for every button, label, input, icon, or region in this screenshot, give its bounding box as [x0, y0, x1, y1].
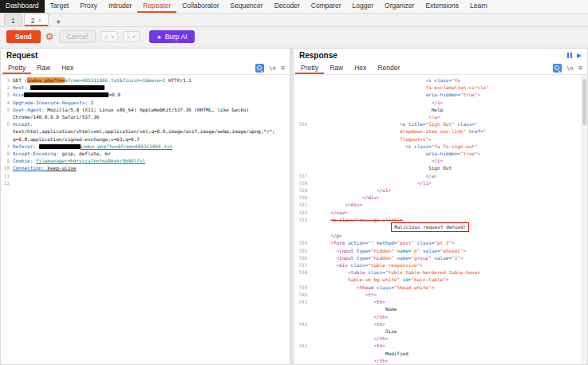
code-line[interactable]: 2Host: [1, 84, 290, 91]
code-line[interactable]: Help [294, 106, 587, 113]
code-line[interactable]: fa-exclamation-circle" [294, 84, 587, 91]
menu-item-repeater[interactable]: Repeater [137, 0, 176, 13]
code-line[interactable]: ?logout=1"> [294, 135, 587, 143]
gear-icon[interactable]: ⚙ [45, 32, 54, 41]
code-line[interactable]: 6Accept: [1, 120, 290, 128]
menu-item-proxy[interactable]: Proxy [74, 0, 103, 13]
response-tab-raw[interactable]: Raw [324, 62, 349, 74]
code-line[interactable]: 734<form action="" method="post" class="… [294, 239, 587, 246]
search-icon[interactable] [255, 64, 264, 73]
response-tabs: PrettyRawHexRender \n ≡ [294, 62, 587, 75]
code-line[interactable]: 726<a title="Sign Out" class=" [294, 120, 587, 128]
response-scrollbar[interactable] [582, 75, 587, 364]
scrollbar-thumb[interactable] [582, 79, 586, 125]
editor-menu-icon[interactable]: ≡ [578, 65, 582, 72]
request-tab-raw[interactable]: Raw [31, 62, 56, 74]
code-line[interactable]: text/html,application/xhtml+xml,applicat… [1, 128, 290, 135]
menu-item-learn[interactable]: Learn [464, 0, 493, 13]
back-request-button[interactable]: < [101, 31, 118, 42]
code-line[interactable]: <i class="fa fa-sign-out" [294, 143, 587, 150]
code-line[interactable]: 741<th> [294, 298, 587, 305]
request-tab-hex[interactable]: Hex [56, 62, 79, 74]
code-line[interactable]: 732</nav> [294, 209, 587, 216]
response-tab-hex[interactable]: Hex [349, 62, 372, 74]
response-tab-render[interactable]: Render [372, 62, 405, 74]
nonprinting-chars-icon[interactable]: \n [566, 65, 573, 72]
code-line[interactable]: 11 [1, 172, 290, 179]
code-line[interactable]: 731</div> [294, 201, 587, 208]
code-line[interactable]: </th> [294, 335, 587, 342]
code-line[interactable]: aria-hidden="true"> [294, 150, 587, 157]
code-line[interactable]: 4Upgrade-Insecure-Requests: 1 [1, 99, 290, 106]
code-line[interactable]: 3Acce=0.9 [1, 91, 290, 98]
code-line[interactable]: Malicious request denied! [294, 223, 587, 232]
code-line[interactable]: 738<table class="table table-bordered ta… [294, 269, 587, 276]
menu-item-dashboard[interactable]: Dashboard [0, 0, 45, 13]
menu-item-extensions[interactable]: Extensions [420, 0, 464, 13]
code-line[interactable]: q=0.8,application/signed-exchange;v=b3;q… [1, 135, 290, 143]
menu-item-decoder[interactable]: Decoder [269, 0, 306, 13]
code-line[interactable]: <i class="fa [294, 77, 587, 84]
code-line[interactable]: 10Connection: keep-alive [1, 164, 290, 171]
code-line[interactable]: 735<input type="hidden" name="p" value="… [294, 247, 587, 254]
menu-item-target[interactable]: Target [45, 0, 75, 13]
code-line[interactable]: Chrome/140.0.0.0 Safari/537.36 [1, 113, 290, 120]
code-line[interactable]: 5User-Agent: Mozilla/5.0 (X11; Linux x86… [1, 106, 290, 113]
code-line[interactable]: dropdown-item nav-link" href=" [294, 128, 587, 135]
play-icon[interactable] [577, 53, 582, 58]
response-editor[interactable]: <i class="fafa-exclamation-circle"aria-h… [294, 75, 587, 364]
menu-item-intruder[interactable]: Intruder [103, 0, 137, 13]
code-line[interactable]: Sign Out [294, 164, 587, 171]
code-line[interactable]: 742<th> [294, 320, 587, 328]
code-line[interactable]: 8Accept-Encoding: gzip, deflate, br [1, 150, 290, 157]
code-line[interactable]: 729</ul> [294, 186, 587, 194]
nonprinting-chars-icon[interactable]: \n [269, 65, 275, 72]
response-tab-pretty[interactable]: Pretty [295, 62, 324, 74]
code-line[interactable]: </i> [294, 157, 587, 164]
request-editor[interactable]: 1GET /index.php?to=&from=605311066.txt&f… [1, 75, 290, 364]
code-line[interactable]: 7Referer: index.php?to=&from=605311066.t… [1, 143, 290, 150]
code-line[interactable]: 743<th> [294, 342, 587, 349]
repeater-tab-1[interactable]: 1 [4, 14, 22, 26]
code-line[interactable]: 730</div> [294, 194, 587, 201]
code-line[interactable]: </th> [294, 357, 587, 364]
editor-menu-icon[interactable]: ≡ [281, 65, 285, 72]
code-line[interactable]: 740<tr> [294, 291, 587, 298]
code-line[interactable]: </p> [294, 232, 587, 239]
menu-item-comparer[interactable]: Comparer [306, 0, 347, 13]
code-line[interactable]: 737<div class="table-responsive"> [294, 261, 587, 269]
response-header: Response [294, 49, 587, 62]
request-tab-pretty[interactable]: Pretty [2, 62, 31, 74]
forward-request-button[interactable]: > [123, 31, 140, 42]
send-button[interactable]: Send [6, 30, 41, 43]
menu-item-organizer[interactable]: Organizer [379, 0, 420, 13]
code-line[interactable]: 728</li> [294, 179, 587, 186]
code-line[interactable]: 12 [1, 179, 290, 186]
code-line[interactable]: 736<input type="hidden" name="group" val… [294, 254, 587, 261]
code-line[interactable]: table-sm bg-white" id="main-table"> [294, 276, 587, 283]
code-line[interactable]: </th> [294, 313, 587, 320]
code-line[interactable]: 1GET /index.php?to=&from=605311066.txt&f… [1, 77, 290, 84]
code-line[interactable]: aria-hidden="true"> [294, 91, 587, 98]
code-token: </i> [432, 158, 443, 163]
main-menubar: DashboardTargetProxyIntruderRepeaterColl… [0, 0, 588, 14]
menu-item-collaborator[interactable]: Collaborator [176, 0, 224, 13]
burp-ai-button[interactable]: ★Burp AI [149, 30, 194, 43]
code-line[interactable]: </i> [294, 99, 587, 106]
repeater-tab-2[interactable]: 2× [24, 14, 49, 26]
search-icon[interactable] [553, 64, 562, 73]
pause-icon[interactable] [567, 53, 572, 58]
code-line[interactable]: Modified [294, 350, 587, 357]
code-token: </th> [373, 358, 388, 363]
code-line[interactable]: 9Cookie: filemanager=hdrscca7nntma8mxkc9… [1, 157, 290, 164]
code-line[interactable]: Size [294, 328, 587, 335]
menu-item-logger[interactable]: Logger [347, 0, 379, 13]
menu-item-sequencer[interactable]: Sequencer [225, 0, 269, 13]
cancel-button[interactable]: Cancel [59, 30, 96, 43]
close-icon[interactable]: × [37, 17, 41, 24]
code-line[interactable]: Name [294, 305, 587, 312]
code-line[interactable]: 727</a> [294, 172, 587, 179]
code-line[interactable]: 739<thead class="thead-white"> [294, 284, 587, 291]
code-line[interactable]: </a> [294, 113, 587, 120]
new-tab-button[interactable]: + [50, 18, 66, 26]
